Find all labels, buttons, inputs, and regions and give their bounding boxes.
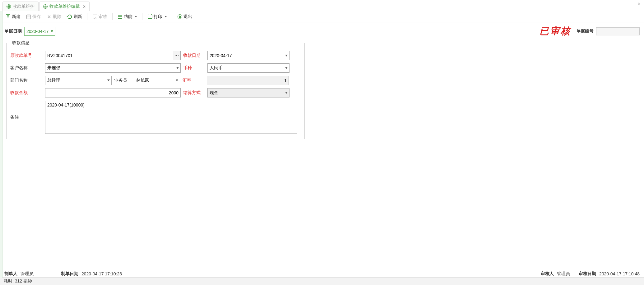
- doc-date-value: 2020-04-17: [26, 29, 49, 34]
- audit-label: 审核: [99, 14, 107, 20]
- exit-label: 退出: [183, 14, 192, 20]
- save-button[interactable]: 保存: [24, 12, 43, 21]
- receipt-date-input[interactable]: [207, 51, 290, 60]
- new-button[interactable]: 新建: [4, 12, 22, 21]
- audit-date-label: 审核日期: [579, 271, 596, 277]
- receipt-date-label: 收款日期: [181, 53, 207, 58]
- function-label: 功能: [124, 14, 132, 20]
- salesperson-label: 业务员: [112, 78, 134, 83]
- document-header: 单据日期 2020-04-17 已审核 单据编号: [0, 22, 644, 39]
- globe-icon: [43, 4, 48, 9]
- print-button[interactable]: 打印: [146, 12, 169, 21]
- make-date-label: 制单日期: [61, 271, 78, 277]
- print-icon: [147, 14, 152, 19]
- toolbar: 新建 保存 × 删除 刷新 审核 功能 打印: [0, 11, 644, 22]
- close-all-icon[interactable]: ×: [636, 1, 642, 7]
- auditor-value: 管理员: [557, 271, 570, 277]
- currency-input[interactable]: [207, 63, 290, 73]
- delete-label: 删除: [53, 14, 62, 20]
- amount-label: 收款金额: [10, 90, 45, 96]
- currency-label: 币种: [181, 65, 207, 71]
- amount-input[interactable]: [45, 88, 181, 97]
- function-icon: [118, 14, 123, 19]
- separator: [112, 13, 113, 20]
- orig-receipt-lookup-button[interactable]: ···: [173, 51, 181, 60]
- maker-label: 制单人: [4, 271, 17, 277]
- refresh-icon: [67, 14, 72, 19]
- dept-input[interactable]: [45, 76, 112, 85]
- memo-textarea[interactable]: [45, 101, 297, 134]
- new-icon: [6, 14, 11, 19]
- doc-date-picker[interactable]: 2020-04-17: [24, 27, 55, 36]
- orig-receipt-no-input[interactable]: [45, 51, 173, 60]
- customer-label: 客户名称: [10, 65, 45, 71]
- tab-bar: 收款单维护 收款单维护编辑 × ×: [0, 0, 644, 11]
- tab-receipt-list[interactable]: 收款单维护: [2, 2, 39, 11]
- fieldset-legend: 收款信息: [10, 40, 31, 46]
- document-footer: 制单人 管理员 制单日期 2020-04-17 17:10:23 审核人 管理员…: [0, 269, 644, 277]
- chevron-down-icon: [164, 16, 167, 17]
- audit-stamp: 已审核: [540, 25, 571, 38]
- save-icon: [26, 14, 31, 19]
- function-button[interactable]: 功能: [116, 12, 139, 21]
- maker-value: 管理员: [21, 271, 34, 277]
- tab-label: 收款单维护编辑: [49, 4, 80, 9]
- make-date-value: 2020-04-17 17:10:23: [81, 271, 122, 276]
- separator: [87, 13, 87, 20]
- delete-button[interactable]: × 删除: [45, 12, 63, 21]
- refresh-button[interactable]: 刷新: [65, 12, 84, 21]
- auditor-label: 审核人: [541, 271, 554, 277]
- rate-label: 汇率: [180, 78, 207, 83]
- audit-button[interactable]: 审核: [90, 12, 109, 21]
- refresh-label: 刷新: [73, 14, 82, 20]
- customer-input[interactable]: [45, 63, 181, 73]
- audit-date-value: 2020-04-17 17:10:48: [599, 271, 640, 276]
- form-area: 收款信息 原收款单号 ··· 收款日期 客户名称 币种 部门名称 业务员 汇率: [0, 39, 644, 269]
- separator: [172, 13, 172, 20]
- salesperson-input[interactable]: [134, 76, 180, 85]
- delete-icon: ×: [47, 14, 52, 19]
- print-label: 打印: [154, 14, 162, 20]
- close-tab-icon[interactable]: ×: [82, 4, 86, 9]
- receipt-info-fieldset: 收款信息 原收款单号 ··· 收款日期 客户名称 币种 部门名称 业务员 汇率: [6, 40, 305, 139]
- chevron-down-icon: [135, 16, 137, 17]
- doc-no-label: 单据编号: [576, 29, 594, 34]
- dept-label: 部门名称: [10, 78, 45, 83]
- save-label: 保存: [32, 14, 41, 20]
- globe-icon: [7, 4, 11, 9]
- tab-label: 收款单维护: [13, 4, 35, 9]
- settlement-label: 结算方式: [181, 90, 207, 96]
- separator: [142, 13, 142, 20]
- status-text: 耗时: 312 毫秒: [4, 278, 32, 283]
- exit-icon: [177, 14, 182, 19]
- ellipsis-icon: ···: [174, 53, 179, 58]
- orig-receipt-no-label: 原收款单号: [10, 53, 45, 58]
- chevron-down-icon: [51, 30, 53, 32]
- exit-button[interactable]: 退出: [175, 12, 194, 21]
- rate-input[interactable]: [207, 76, 289, 85]
- doc-no-input[interactable]: [596, 27, 640, 35]
- memo-label: 备注: [10, 101, 45, 120]
- status-bar: 耗时: 312 毫秒: [0, 277, 644, 285]
- new-label: 新建: [12, 14, 21, 20]
- doc-date-label: 单据日期: [4, 29, 22, 34]
- audit-icon: [92, 14, 97, 19]
- settlement-input[interactable]: [207, 88, 290, 97]
- tab-receipt-edit[interactable]: 收款单维护编辑 ×: [39, 2, 90, 11]
